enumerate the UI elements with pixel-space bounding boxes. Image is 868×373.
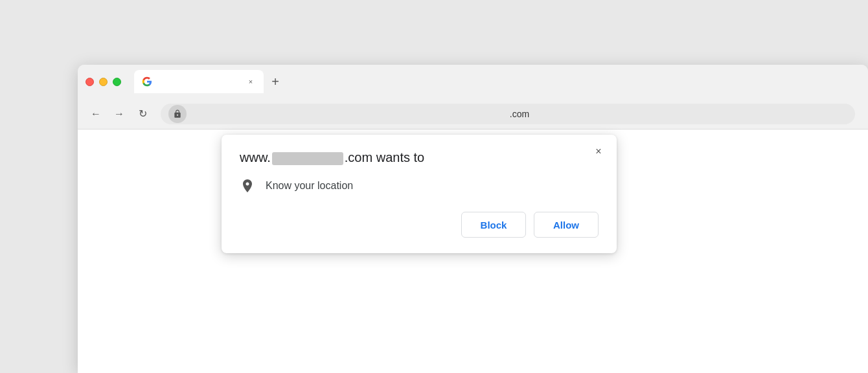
new-tab-button[interactable]: + [266,73,284,91]
tab-favicon [142,76,152,87]
tab-bar: × + [134,70,860,93]
nav-bar: ← → ↻ .com [78,98,868,130]
minimize-button[interactable] [99,78,108,86]
address-bar[interactable]: .com [161,104,855,124]
popup-domain-blurred [272,152,343,165]
address-text: .com [192,109,847,119]
forward-icon: → [114,108,124,120]
back-button[interactable]: ← [86,104,106,124]
tab-close-button[interactable]: × [246,76,256,87]
permission-row: Know your location [240,178,599,194]
popup-title-suffix: .com wants to [345,150,424,164]
allow-button[interactable]: Allow [534,212,599,238]
back-icon: ← [91,108,101,120]
refresh-button[interactable]: ↻ [132,104,153,124]
lock-icon [173,109,182,119]
traffic-lights [86,78,121,86]
location-pin-icon [240,178,255,194]
browser-window: × + ← → ↻ .com × www. [78,65,868,373]
refresh-icon: ↻ [139,107,147,120]
forward-button[interactable]: → [109,104,130,124]
active-tab[interactable]: × [134,70,264,93]
close-button[interactable] [86,78,94,86]
permission-popup: × www..com wants to Know your location B… [222,135,617,253]
popup-close-button[interactable]: × [591,144,606,159]
maximize-button[interactable] [113,78,121,86]
security-icon-wrap [168,105,187,123]
permission-label: Know your location [266,180,353,192]
block-button[interactable]: Block [461,212,526,238]
popup-title: www..com wants to [240,150,599,165]
popup-actions: Block Allow [240,212,599,238]
page-content: × www..com wants to Know your location B… [78,130,868,373]
title-bar: × + [78,65,868,98]
popup-title-prefix: www. [240,150,271,164]
